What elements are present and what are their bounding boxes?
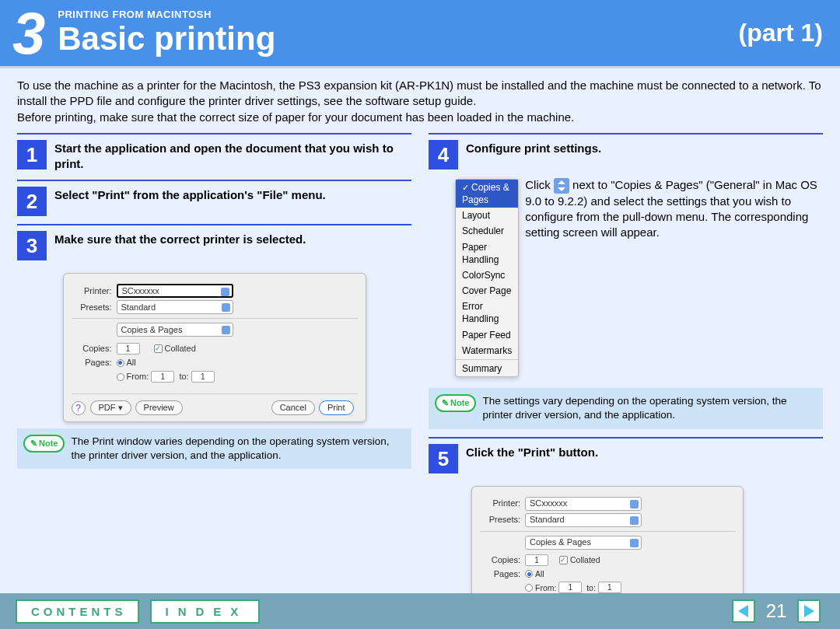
step-4-description: Click next to "Copies & Pages" ("General… [525,177,823,241]
intro-text: To use the machine as a printer for the … [17,78,823,125]
page-number: 21 [759,600,793,622]
step-title: Configure print settings. [458,140,601,169]
menu-item: Copies & Pages [456,180,518,208]
presets-select: Standard [525,513,642,527]
step-3: 3 Make sure that the correct printer is … [17,224,411,268]
pages-from-radio [117,373,124,381]
prev-page-button[interactable] [732,599,755,623]
menu-item: Error Handling [456,299,518,327]
part-label: (part 1) [739,19,823,47]
cancel-button: Cancel [271,400,315,415]
help-icon: ? [72,401,86,415]
pages-all-radio [117,359,124,367]
step-title: Click the "Print" button. [458,444,598,473]
step-title: Make sure that the correct printer is se… [47,231,306,260]
collated-checkbox [559,556,568,564]
step-5: 5 Click the "Print" button. [429,437,823,481]
contents-button[interactable]: CONTENTS [16,599,139,624]
menu-item: Watermarks [456,343,518,358]
note-text: The settings vary depending on the opera… [482,394,817,422]
menu-item: Paper Feed [456,327,518,343]
next-page-button[interactable] [797,599,821,623]
step-number: 3 [17,231,47,260]
step-number: 5 [429,444,458,473]
step-number: 2 [17,187,47,216]
step-title: Select "Print" from the application's "F… [47,187,326,216]
menu-item: Paper Handling [456,239,518,267]
panel-select: Copies & Pages [525,536,642,550]
print-dialog-screenshot: Printer:SCxxxxxx Presets:Standard Copies… [63,273,366,422]
preview-button: Preview [135,400,183,415]
panel-select: Copies & Pages [117,323,233,337]
chapter-number: 3 [0,0,58,67]
step-title: Start the application and open the docum… [47,140,411,173]
pages-all-radio [525,570,533,578]
menu-item: Summary [456,361,518,376]
note-box: Note The settings vary depending on the … [429,388,823,428]
printer-select: SCxxxxxx [525,497,642,511]
print-button: Print [319,400,354,415]
printer-select: SCxxxxxx [117,284,233,298]
chapter-header: 3 PRINTING FROM MACINTOSH Basic printing… [0,0,840,68]
menu-item: Scheduler [456,223,518,239]
left-column: 1 Start the application and open the doc… [17,133,411,629]
step-number: 4 [429,140,458,169]
page-title: Basic printing [58,20,738,58]
step-number: 1 [17,140,47,169]
collated-checkbox [154,344,163,353]
note-text: The Print window varies depending on the… [71,435,405,463]
step-1: 1 Start the application and open the doc… [17,133,411,180]
note-badge: Note [435,394,476,412]
step-2: 2 Select "Print" from the application's … [17,180,411,224]
panel-menu-screenshot: Copies & Pages Layout Scheduler Paper Ha… [455,179,519,377]
step-4: 4 Configure print settings. [429,133,823,177]
menu-item: Layout [456,208,518,223]
pages-from-radio [525,584,533,592]
footer-bar: CONTENTS INDEX 21 [0,593,840,629]
note-box: Note The Print window varies depending o… [17,428,411,469]
right-column: 4 Configure print settings. Copies & Pag… [429,133,823,629]
index-button[interactable]: INDEX [150,599,261,624]
menu-item: ColorSync [456,267,518,283]
pdf-button: PDF ▾ [90,400,131,415]
note-badge: Note [23,435,65,453]
presets-select: Standard [117,300,233,314]
section-eyebrow: PRINTING FROM MACINTOSH [58,9,738,20]
menu-item: Cover Page [456,283,518,299]
updown-arrow-icon [554,178,569,194]
